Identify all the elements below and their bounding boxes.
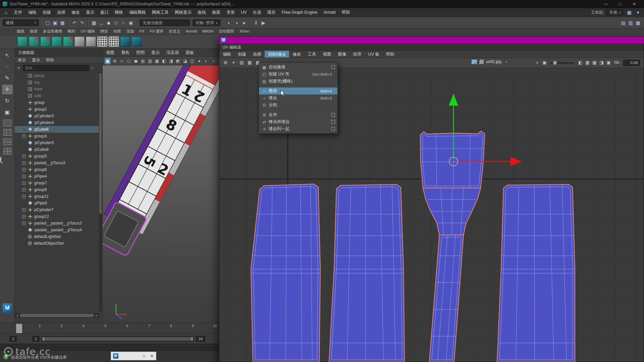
menu-item-cut[interactable]: ✂剪切Shift+X (259, 87, 337, 95)
expand-toggle-icon[interactable]: + (22, 181, 26, 185)
menubar-item-13[interactable]: 变形 (223, 8, 238, 17)
distortion-map-icon[interactable]: ◨ (599, 59, 604, 66)
viewport-menu-3[interactable]: 显示 (148, 49, 163, 56)
shelf-tab-13[interactable]: 运动图形 (216, 28, 237, 35)
shaded-icon[interactable]: ◨ (168, 58, 174, 64)
scale-tool-icon[interactable]: ▣ (2, 108, 12, 117)
automatic-map-icon[interactable] (52, 37, 62, 47)
expand-toggle-icon[interactable]: + (22, 195, 26, 198)
layout-uv-icon[interactable] (109, 37, 119, 47)
menubar-item-2[interactable]: 创建 (40, 8, 54, 17)
image-dim-slider[interactable] (550, 62, 574, 64)
texture-view-icon[interactable]: ▣ (606, 59, 611, 66)
home-icon[interactable]: ⌂ (3, 9, 9, 16)
scrollbar-thumb[interactable] (20, 314, 94, 317)
play-icon[interactable]: ▶ (260, 19, 267, 27)
safe-title-icon[interactable]: ▦ (154, 58, 160, 64)
cylindrical-map-icon[interactable] (29, 37, 39, 47)
motion-blur-icon[interactable]: ◐ (203, 58, 209, 64)
manipulator-y-arrow[interactable] (449, 94, 458, 106)
uv-menu-2[interactable]: 选择 (250, 51, 265, 58)
shelf-tab-10[interactable]: 自定义 (166, 28, 183, 35)
make-live-icon[interactable]: ◉ (127, 19, 134, 27)
cut-uv-tool-icon[interactable] (74, 37, 85, 47)
menubar-item-0[interactable]: 文件 (11, 8, 25, 17)
gun-tower-model[interactable]: 1 2 8 5 2 (103, 65, 221, 323)
outliner-item-group2[interactable]: group2 (15, 106, 99, 113)
planar-map-icon[interactable] (17, 37, 28, 47)
range-bar[interactable] (43, 337, 193, 341)
shelf-tab-11[interactable]: Arnold (183, 28, 200, 35)
viewport-menu-1[interactable]: 着色 (118, 49, 133, 56)
outliner-item-group11[interactable]: +group11 (15, 193, 99, 200)
symmetry-selector[interactable]: 对称: 禁用▾ (193, 19, 220, 26)
workspace-selector[interactable]: 常规▾ (606, 9, 624, 16)
timeline-tick-6[interactable]: 6 (126, 324, 128, 328)
menu-item-sew[interactable]: ≈缝合Shift+S (259, 95, 337, 102)
sort-grid-icon[interactable]: ▥ (627, 19, 634, 27)
timeline-tick-2[interactable]: 2 (39, 324, 41, 328)
wireframe-icon[interactable]: ◧ (161, 58, 167, 64)
shelf-tab-14[interactable]: XGen (237, 28, 252, 35)
uv-lattice-icon[interactable]: ⊞ (223, 59, 228, 66)
lighting-icon[interactable]: ◪ (182, 58, 188, 64)
undo-icon[interactable]: ↶ (71, 19, 78, 27)
menubar-item-1[interactable]: 编辑 (25, 8, 40, 17)
menubar-item-16[interactable]: 缓存 (264, 8, 278, 17)
animation-start-field[interactable]: 1 (9, 336, 17, 342)
playback-start-field[interactable]: 1 (32, 336, 40, 342)
outliner-item-pCube6[interactable]: +pCube6 (15, 126, 99, 133)
render-icon[interactable]: ◐ (226, 19, 232, 27)
pause-icon[interactable]: ‖ (253, 19, 259, 27)
search-input[interactable] (23, 65, 89, 71)
outliner-item-pasted__pTorus3[interactable]: +pasted__pTorus3 (15, 160, 99, 166)
uv-borders-icon[interactable]: ▦ (585, 59, 590, 66)
expand-toggle-icon[interactable]: + (22, 134, 26, 138)
expand-toggle-icon[interactable]: + (22, 222, 26, 225)
snap-curve-icon[interactable]: ◡ (98, 19, 105, 27)
texture-selector[interactable]: uv02.jpg ▾ (472, 59, 507, 64)
outliner-item-pCylinder4[interactable]: pCylinder4 (15, 119, 99, 126)
film-gate-icon[interactable]: ▭ (119, 58, 125, 64)
menu-item-create-uv-shell[interactable]: ◰创建 UV 壳Ctrl+Shift+X (259, 71, 337, 78)
shelf-tab-6[interactable]: 动画 (111, 28, 124, 35)
outliner-item-group12[interactable]: +group12 (15, 213, 99, 220)
spherical-map-icon[interactable] (40, 37, 50, 47)
grid-toggle-icon[interactable]: ⊞ (112, 58, 118, 64)
camera-map-icon[interactable] (63, 37, 73, 47)
uv-move-icon[interactable]: ✛ (231, 59, 236, 66)
menubar-item-5[interactable]: 显示 (83, 8, 97, 17)
paint-select-tool-icon[interactable]: ✎ (2, 73, 12, 83)
exposure-dial-icon[interactable]: ↻ (615, 59, 621, 66)
range-end-handle[interactable] (191, 337, 193, 341)
redo-icon[interactable]: ↷ (78, 19, 85, 27)
expand-toggle-icon[interactable]: + (22, 175, 26, 178)
playback-end-field[interactable]: 24 (196, 336, 205, 342)
workspace-pin-icon[interactable]: ▦ (626, 8, 633, 16)
outliner-item-group5[interactable]: +group5 (15, 153, 99, 160)
menu-item-sew-together[interactable]: ≡缝合到一起 (259, 125, 337, 132)
ambient-occlusion-icon[interactable]: ● (196, 58, 202, 64)
menu-item-merge[interactable]: ⊞合并 (259, 111, 337, 118)
exposure-value-field[interactable]: 0.00 (623, 60, 640, 66)
uv-shell[interactable] (251, 184, 320, 362)
menubar-item-7[interactable]: 网格 (112, 8, 126, 17)
outliner-menu-1[interactable]: 显示 (29, 57, 43, 63)
outliner-item-group9[interactable]: +group9 (15, 186, 99, 193)
uv-menu-5[interactable]: 工具 (304, 51, 319, 58)
sort-list-icon[interactable]: ▤ (620, 19, 627, 27)
shelf-tab-2[interactable]: 多边形建模 (40, 28, 65, 35)
outliner-horizontal-scrollbar[interactable]: ◂ ▸ (15, 313, 99, 318)
option-box-icon[interactable] (331, 65, 335, 69)
outliner-item-pPipe5[interactable]: pPipe5 (15, 200, 99, 206)
outliner-menu-2[interactable]: 帮助 (43, 57, 57, 63)
layout-single-pane-button[interactable] (3, 120, 11, 126)
snap-point-icon[interactable]: ◆ (105, 19, 112, 27)
outliner-item-defaultObjectSet[interactable]: defaultObjectSet (15, 240, 99, 247)
expand-toggle-icon[interactable]: + (22, 208, 26, 212)
layout-two-pane-button[interactable] (3, 129, 11, 136)
outliner-item-group6[interactable]: +group6 (15, 166, 99, 173)
timeline-tick-4[interactable]: 4 (83, 324, 85, 328)
new-scene-icon[interactable]: ▢ (44, 19, 51, 27)
timeline-tick-9[interactable]: 9 (192, 324, 194, 328)
